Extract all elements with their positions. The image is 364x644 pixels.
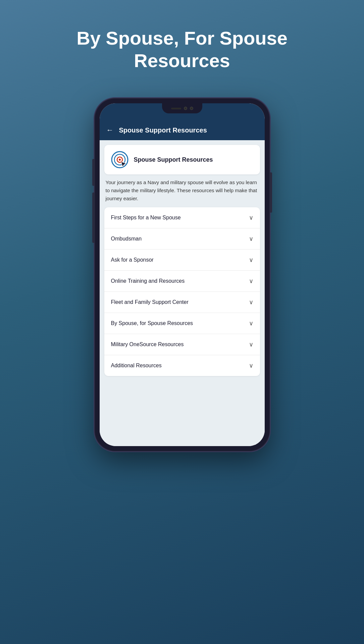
description-text: Your journery as a Navy and military spo… xyxy=(104,178,260,203)
chevron-icon-ask-sponsor: ∨ xyxy=(249,256,253,264)
accordion-item-additional[interactable]: Additional Resources ∨ xyxy=(104,355,260,376)
accordion-item-by-spouse[interactable]: By Spouse, for Spouse Resources ∨ xyxy=(104,313,260,334)
page-title: By Spouse, For Spouse Resources xyxy=(0,27,364,72)
accordion-label-by-spouse: By Spouse, for Spouse Resources xyxy=(111,320,193,326)
accordion-item-military-onesource[interactable]: Military OneSource Resources ∨ xyxy=(104,334,260,355)
accordion-label-first-steps: First Steps for a New Spouse xyxy=(111,215,181,221)
accordion-item-ombudsman[interactable]: Ombudsman ∨ xyxy=(104,228,260,250)
header-card: Spouse Support Resources xyxy=(104,145,260,174)
accordion-label-military-onesource: Military OneSource Resources xyxy=(111,341,184,347)
accordion-item-ask-sponsor[interactable]: Ask for a Sponsor ∨ xyxy=(104,250,260,271)
app-bar: ← Spouse Support Resources xyxy=(100,120,265,140)
accordion-item-online-training[interactable]: Online Training and Resources ∨ xyxy=(104,271,260,292)
accordion-item-first-steps[interactable]: First Steps for a New Spouse ∨ xyxy=(104,207,260,228)
phone-screen: ← Spouse Support Resources Spou xyxy=(100,103,265,446)
target-icon xyxy=(111,151,128,168)
chevron-icon-ombudsman: ∨ xyxy=(249,235,253,243)
chevron-icon-fleet-family: ∨ xyxy=(249,299,253,306)
phone-notch xyxy=(162,103,202,113)
screen-content: Spouse Support Resources Your journery a… xyxy=(100,140,265,446)
speaker xyxy=(171,108,181,109)
camera xyxy=(184,107,187,110)
phone-notch-bar xyxy=(100,103,265,120)
chevron-icon-by-spouse: ∨ xyxy=(249,320,253,327)
accordion-label-ombudsman: Ombudsman xyxy=(111,236,142,242)
accordion-label-ask-sponsor: Ask for a Sponsor xyxy=(111,257,154,263)
header-card-title: Spouse Support Resources xyxy=(134,156,213,163)
accordion-label-additional: Additional Resources xyxy=(111,363,162,369)
chevron-icon-online-training: ∨ xyxy=(249,277,253,285)
back-button[interactable]: ← xyxy=(106,126,114,135)
chevron-icon-military-onesource: ∨ xyxy=(249,341,253,348)
phone-mockup: ← Spouse Support Resources Spou xyxy=(95,99,269,451)
svg-point-3 xyxy=(119,159,121,161)
accordion-label-fleet-family: Fleet and Family Support Center xyxy=(111,299,189,305)
app-bar-title: Spouse Support Resources xyxy=(119,126,207,134)
accordion-item-fleet-family[interactable]: Fleet and Family Support Center ∨ xyxy=(104,292,260,313)
accordion-list: First Steps for a New Spouse ∨ Ombudsman… xyxy=(104,207,260,376)
camera-2 xyxy=(190,107,193,110)
chevron-icon-first-steps: ∨ xyxy=(249,214,253,221)
chevron-icon-additional: ∨ xyxy=(249,362,253,369)
accordion-label-online-training: Online Training and Resources xyxy=(111,278,185,284)
